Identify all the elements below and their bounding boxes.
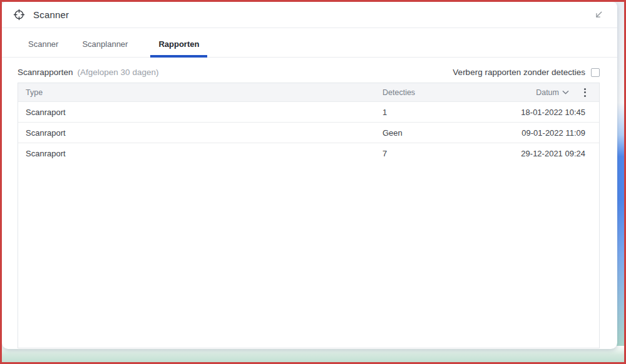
report-row[interactable]: Scanraport 1 18-01-2022 10:45	[18, 101, 599, 122]
hide-reports-checkbox[interactable]	[591, 68, 600, 77]
reports-table: Type Detecties Datum Scanraport 1 18-01-…	[18, 83, 600, 348]
report-detections: 1	[382, 108, 463, 117]
section-title: Scanrapporten	[18, 68, 73, 77]
report-row[interactable]: Scanraport 7 29-12-2021 09:24	[18, 143, 599, 163]
collapse-window-button[interactable]	[591, 8, 606, 23]
desktop-background-right	[617, 2, 624, 362]
section-subtitle: (Afgelopen 30 dagen)	[78, 68, 159, 77]
report-date: 18-01-2022 10:45	[463, 108, 599, 117]
report-type: Scanraport	[18, 128, 382, 138]
arrow-down-left-icon	[593, 9, 604, 20]
window-header: Scanner	[2, 2, 617, 28]
tab-bar: Scanner Scanplanner Rapporten	[2, 28, 617, 58]
filter-label: Verberg rapporten zonder detecties	[453, 68, 585, 77]
report-type: Scanraport	[18, 108, 382, 117]
table-header-row: Type Detecties Datum	[18, 83, 599, 101]
window-title: Scanner	[33, 9, 69, 20]
report-date: 09-01-2022 11:09	[463, 128, 599, 138]
report-type: Scanraport	[18, 149, 382, 158]
report-detections: Geen	[382, 128, 463, 138]
report-row[interactable]: Scanraport Geen 09-01-2022 11:09	[18, 122, 599, 143]
scanner-window: Scanner Scanner Scanplanner Rapporten Sc…	[2, 2, 617, 349]
kebab-menu-icon[interactable]	[579, 86, 591, 99]
column-header-type[interactable]: Type	[18, 88, 382, 97]
hide-reports-filter[interactable]: Verberg rapporten zonder detecties	[453, 68, 600, 77]
section-header: Scanrapporten (Afgelopen 30 dagen) Verbe…	[2, 58, 617, 83]
chevron-down-icon	[562, 90, 569, 95]
tab-scanplanner[interactable]: Scanplanner	[81, 37, 129, 57]
report-date: 29-12-2021 09:24	[463, 149, 599, 158]
scan-target-icon	[13, 9, 25, 21]
tab-rapporten[interactable]: Rapporten	[150, 37, 207, 57]
report-detections: 7	[382, 149, 463, 158]
tab-scanner[interactable]: Scanner	[27, 37, 59, 57]
column-header-datum[interactable]: Datum	[463, 88, 570, 97]
column-header-detecties[interactable]: Detecties	[382, 88, 463, 97]
